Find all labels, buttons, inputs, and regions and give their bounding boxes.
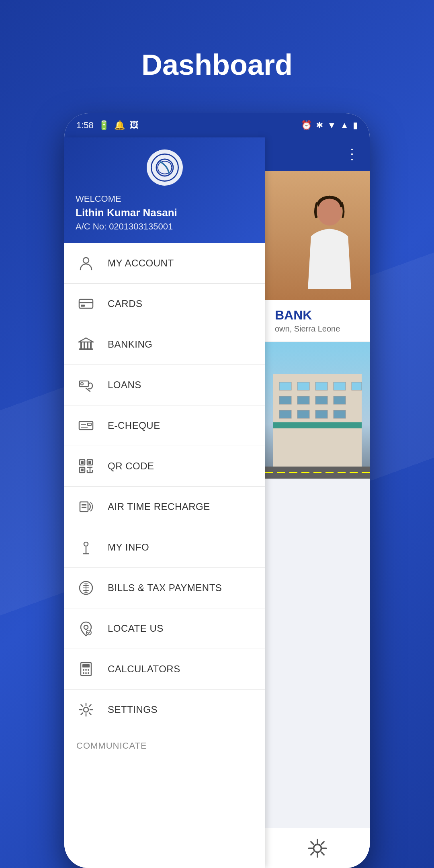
svg-rect-60	[334, 396, 346, 404]
menu-label-bills-tax: BILLS & TAX PAYMENTS	[108, 582, 222, 594]
menu-item-cards[interactable]: CARDS	[64, 284, 265, 324]
svg-point-44	[83, 672, 84, 674]
svg-rect-63	[315, 410, 328, 418]
svg-rect-53	[297, 382, 309, 390]
bank-info: BANK own, Sierra Leone	[265, 300, 370, 342]
menu-label-loans: LOANS	[108, 379, 141, 391]
svg-point-2	[83, 258, 89, 263]
signal-icon: ▲	[340, 120, 349, 131]
sidebar-header: WELCOME Lithin Kumar Nasani A/C No: 0201…	[64, 137, 265, 243]
bluetooth-icon: ✱	[316, 120, 323, 131]
person-icon	[76, 254, 96, 273]
app-logo	[147, 149, 183, 186]
svg-point-43	[88, 669, 89, 671]
card-icon	[76, 294, 96, 313]
menu-list: MY ACCOUNT CARDS	[64, 243, 265, 868]
status-left: 1:58 🔋 🔔 🖼	[76, 120, 139, 131]
svg-point-42	[85, 669, 87, 671]
more-options-button[interactable]: ⋮	[345, 146, 360, 163]
sidebar: WELCOME Lithin Kumar Nasani A/C No: 0201…	[64, 137, 265, 868]
svg-point-68	[313, 844, 321, 852]
menu-item-bills-tax[interactable]: BILLS & TAX PAYMENTS	[64, 568, 265, 608]
svg-rect-22	[88, 461, 91, 464]
bottom-nav	[265, 828, 370, 868]
svg-rect-11	[79, 348, 93, 350]
svg-point-46	[88, 672, 89, 674]
menu-item-my-account[interactable]: MY ACCOUNT	[64, 243, 265, 284]
svg-rect-40	[82, 664, 90, 667]
settings-icon	[76, 700, 96, 719]
svg-marker-6	[79, 338, 93, 342]
phone-frame: 1:58 🔋 🔔 🖼 ⏰ ✱ ▼ ▲ ▮	[64, 113, 370, 868]
clock-icon: ⏰	[301, 120, 312, 131]
bank-name: BANK	[275, 308, 360, 323]
promo-card	[265, 171, 370, 300]
menu-label-cards: CARDS	[108, 298, 143, 309]
app-content: WELCOME Lithin Kumar Nasani A/C No: 0201…	[64, 137, 370, 868]
menu-item-air-time-recharge[interactable]: AIR TIME RECHARGE	[64, 487, 265, 527]
info-icon	[76, 538, 96, 557]
communicate-section-label: COMMUNICATE	[64, 730, 265, 759]
settings-nav-button[interactable]	[303, 834, 332, 862]
time-display: 1:58	[76, 120, 94, 131]
user-name: Lithin Kumar Nasani	[76, 207, 254, 219]
building-visual	[265, 342, 370, 479]
menu-label-echeque: E-CHEQUE	[108, 420, 160, 431]
main-body: BANK own, Sierra Leone	[265, 171, 370, 828]
svg-rect-55	[334, 382, 346, 390]
menu-label-my-info: MY INFO	[108, 542, 149, 553]
svg-rect-29	[80, 502, 88, 512]
bank-icon	[76, 335, 96, 354]
svg-rect-61	[279, 410, 291, 418]
menu-item-settings[interactable]: SETTINGS	[64, 690, 265, 730]
menu-label-banking: BANKING	[108, 339, 153, 350]
menu-label-locate-us: LOCATE US	[108, 623, 164, 634]
menu-item-banking[interactable]: BANKING	[64, 324, 265, 365]
menu-label-calculators: CALCULATORS	[108, 663, 180, 675]
person-image	[265, 171, 370, 300]
svg-rect-56	[352, 382, 362, 390]
svg-point-13	[81, 383, 83, 385]
menu-item-locate-us[interactable]: LOCATE US	[64, 608, 265, 649]
battery-add-icon: 🔋	[98, 120, 109, 131]
battery-status-icon: ▮	[353, 120, 358, 131]
page-title: Dashboard	[141, 48, 293, 81]
menu-item-qr-code[interactable]: QR CODE	[64, 446, 265, 487]
svg-point-45	[85, 672, 87, 674]
svg-rect-57	[279, 396, 291, 404]
svg-rect-17	[88, 423, 91, 426]
main-header: ⋮	[265, 137, 370, 171]
svg-point-41	[83, 669, 84, 671]
menu-item-calculators[interactable]: CALCULATORS	[64, 649, 265, 690]
status-right: ⏰ ✱ ▼ ▲ ▮	[301, 120, 358, 131]
bills-icon	[76, 578, 96, 598]
svg-rect-62	[297, 410, 309, 418]
svg-rect-23	[81, 469, 84, 471]
airtime-icon	[76, 497, 96, 516]
qr-icon	[76, 457, 96, 476]
menu-item-echeque[interactable]: E-CHEQUE	[64, 405, 265, 446]
menu-item-my-info[interactable]: MY INFO	[64, 527, 265, 568]
svg-rect-65	[273, 422, 362, 428]
svg-rect-5	[81, 305, 85, 307]
cheque-icon	[76, 416, 96, 435]
svg-rect-54	[315, 382, 328, 390]
menu-label-settings: SETTINGS	[108, 704, 158, 715]
svg-rect-3	[79, 299, 93, 308]
svg-rect-21	[81, 461, 84, 464]
wifi-icon: ▼	[327, 120, 336, 131]
menu-item-loans[interactable]: LOANS	[64, 365, 265, 405]
svg-point-33	[84, 542, 88, 546]
svg-rect-10	[90, 342, 92, 348]
menu-label-qr-code: QR CODE	[108, 461, 154, 472]
svg-rect-58	[297, 396, 309, 404]
svg-rect-9	[87, 342, 88, 348]
svg-rect-64	[334, 410, 346, 418]
welcome-label: WELCOME	[76, 194, 254, 204]
menu-label-my-account: MY ACCOUNT	[108, 258, 174, 269]
loan-icon	[76, 375, 96, 395]
location-icon	[76, 619, 96, 638]
svg-point-37	[84, 625, 88, 629]
svg-rect-7	[80, 342, 82, 348]
building-image	[265, 342, 370, 479]
